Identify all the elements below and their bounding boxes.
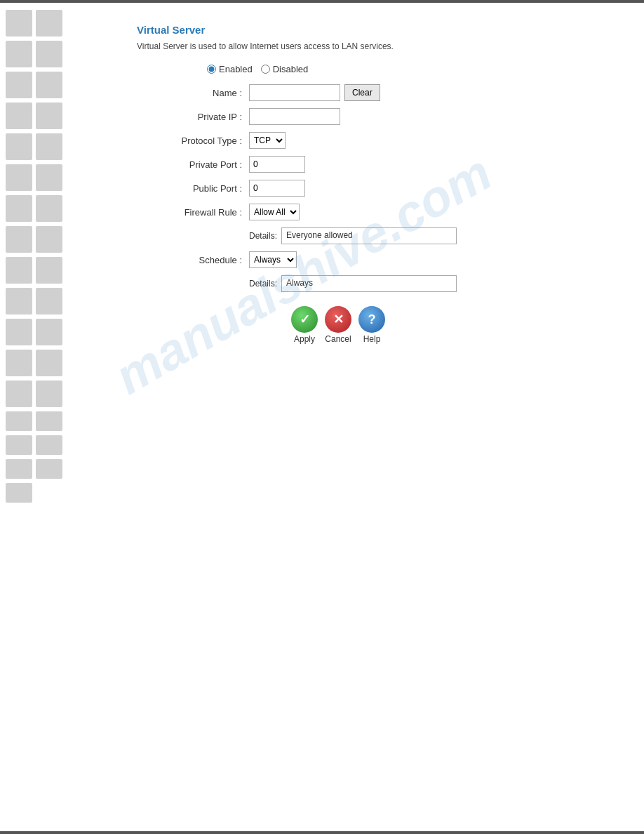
- protocol-type-label: Protocol Type :: [151, 135, 249, 146]
- tile-7: [6, 102, 32, 129]
- tile-4: [36, 41, 62, 67]
- help-label: Help: [363, 334, 381, 344]
- schedule-row: Schedule : Always Custom: [151, 251, 616, 268]
- help-button[interactable]: ? Help: [358, 306, 385, 344]
- tile-26: [36, 380, 62, 407]
- enabled-radio[interactable]: [207, 65, 216, 74]
- tile-23: [6, 350, 32, 376]
- tile-6: [36, 72, 62, 98]
- public-port-label: Public Port :: [151, 183, 249, 194]
- tile-11: [6, 164, 32, 191]
- firewall-rule-label: Firewall Rule :: [151, 207, 249, 218]
- apply-button[interactable]: ✓ Apply: [291, 306, 318, 344]
- tile-22: [36, 319, 62, 345]
- enable-disable-row: Enabled Disabled: [207, 64, 616, 74]
- page-description: Virtual Server is used to allow Internet…: [137, 41, 616, 51]
- firewall-rule-row: Firewall Rule : Allow All Allow - Deny A…: [151, 204, 616, 220]
- firewall-details-label: Details:: [249, 231, 277, 241]
- tile-5: [6, 72, 32, 98]
- private-ip-row: Private IP :: [151, 108, 616, 125]
- tile-12: [36, 164, 62, 191]
- public-port-input[interactable]: [249, 180, 305, 197]
- schedule-select[interactable]: Always Custom: [249, 251, 297, 268]
- tile-25: [6, 380, 32, 407]
- disabled-radio[interactable]: [261, 65, 270, 74]
- tile-8: [36, 102, 62, 129]
- tile-32: [36, 459, 62, 479]
- enabled-label: Enabled: [219, 64, 253, 74]
- tile-10: [36, 133, 62, 160]
- action-buttons: ✓ Apply ✕ Cancel ? Help: [291, 306, 616, 344]
- firewall-details-row: Details: Everyone allowed: [249, 227, 616, 244]
- name-label: Name :: [151, 88, 249, 98]
- tile-29: [6, 435, 32, 455]
- disabled-label: Disabled: [273, 64, 309, 74]
- apply-label: Apply: [294, 334, 315, 344]
- tile-28: [36, 411, 62, 431]
- tile-1: [6, 10, 32, 37]
- firewall-details-value: Everyone allowed: [281, 227, 457, 244]
- tile-30: [36, 435, 62, 455]
- tile-20: [36, 288, 62, 315]
- public-port-row: Public Port :: [151, 180, 616, 197]
- sidebar: [0, 3, 119, 831]
- page-title: Virtual Server: [137, 24, 616, 36]
- name-row: Name : Clear: [151, 84, 616, 101]
- enabled-radio-label[interactable]: Enabled: [207, 64, 253, 74]
- help-icon: ?: [358, 306, 385, 333]
- tile-18: [36, 257, 62, 284]
- schedule-details-label: Details:: [249, 279, 277, 289]
- cancel-button[interactable]: ✕ Cancel: [325, 306, 351, 344]
- clear-button[interactable]: Clear: [344, 84, 380, 101]
- schedule-label: Schedule :: [151, 255, 249, 265]
- tile-31: [6, 459, 32, 479]
- schedule-details-value: Always: [281, 275, 457, 292]
- cancel-icon: ✕: [325, 306, 351, 333]
- tile-9: [6, 133, 32, 160]
- disabled-radio-label[interactable]: Disabled: [261, 64, 309, 74]
- tile-33: [6, 483, 32, 503]
- tile-14: [36, 195, 62, 222]
- tile-15: [6, 226, 32, 253]
- protocol-type-select[interactable]: TCP UDP Both: [249, 132, 286, 149]
- private-port-input[interactable]: [249, 156, 305, 173]
- tile-2: [36, 10, 62, 37]
- bottom-border: [0, 831, 644, 834]
- main-content: Virtual Server Virtual Server is used to…: [123, 3, 644, 365]
- form-section: Enabled Disabled Name : Clear Private IP…: [151, 64, 616, 344]
- tile-17: [6, 257, 32, 284]
- name-input[interactable]: [249, 84, 340, 101]
- tile-16: [36, 226, 62, 253]
- private-port-label: Private Port :: [151, 159, 249, 170]
- tile-13: [6, 195, 32, 222]
- tile-27: [6, 411, 32, 431]
- cancel-label: Cancel: [325, 334, 351, 344]
- tile-19: [6, 288, 32, 315]
- tile-24: [36, 350, 62, 376]
- private-port-row: Private Port :: [151, 156, 616, 173]
- private-ip-label: Private IP :: [151, 112, 249, 122]
- tile-21: [6, 319, 32, 345]
- protocol-type-row: Protocol Type : TCP UDP Both: [151, 132, 616, 149]
- firewall-rule-select[interactable]: Allow All Allow - Deny All: [249, 204, 300, 220]
- private-ip-input[interactable]: [249, 108, 340, 125]
- tile-3: [6, 41, 32, 67]
- schedule-details-row: Details: Always: [249, 275, 616, 292]
- apply-icon: ✓: [291, 306, 318, 333]
